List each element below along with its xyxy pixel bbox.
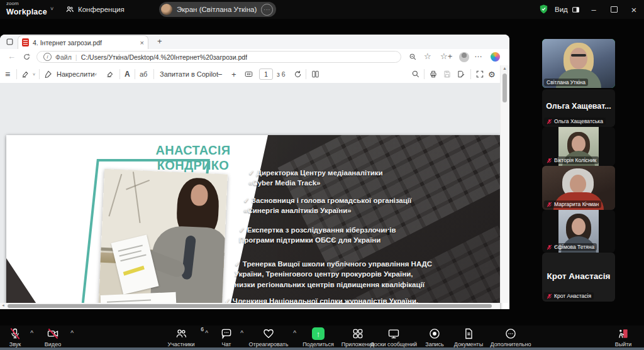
horizontal-scrollbar[interactable]: ◄ <box>0 303 500 309</box>
restore-button[interactable] <box>605 0 623 19</box>
settings-gear-icon[interactable]: ⚙ <box>488 65 496 83</box>
scroll-up-arrow[interactable]: ▲ <box>502 66 507 70</box>
collections-star-plus-icon[interactable]: ☆+ <box>440 52 452 61</box>
participant-name-label: Крот Анастасія <box>544 292 594 300</box>
mic-muted-icon <box>547 244 552 250</box>
chat-menu-chevron[interactable]: ^ <box>240 329 243 336</box>
url-field[interactable]: i Файл | C:/Users/Уткіна/Desktop/4.%20Ін… <box>36 51 401 63</box>
participants-label: Участники <box>164 341 199 347</box>
copilot-icon[interactable] <box>491 52 500 62</box>
page-number-input[interactable] <box>259 68 273 80</box>
draw-button[interactable]: Накреслити <box>57 65 94 83</box>
highlighter-chevron[interactable]: ˅ <box>33 65 35 83</box>
participant-tile-viktoriia[interactable]: Вікторія Колісник <box>542 127 615 166</box>
pdf-file-icon <box>22 38 29 46</box>
browser-tab[interactable]: 4. Інтернет загрози.pdf × <box>18 35 148 49</box>
video-menu-chevron[interactable]: ^ <box>70 329 74 336</box>
browser-menu-icon[interactable]: … <box>474 50 482 59</box>
documents-button[interactable]: Документы <box>450 327 487 347</box>
zoom-out-icon[interactable]: − <box>218 65 223 83</box>
search-icon[interactable] <box>411 70 420 79</box>
save-as-icon[interactable] <box>457 70 465 79</box>
boards-button[interactable]: Доски сообщений <box>370 327 418 347</box>
participants-menu-chevron[interactable]: ^ <box>205 329 208 336</box>
horizontal-scroll-thumb[interactable] <box>8 304 492 308</box>
profile-avatar[interactable] <box>459 52 469 62</box>
chat-label: Чат <box>215 341 238 347</box>
fit-width-icon[interactable] <box>244 70 253 79</box>
favorites-star-icon[interactable]: ☆ <box>424 52 431 61</box>
more-button[interactable]: Дополнительно <box>488 327 533 347</box>
zoom-in-icon[interactable]: + <box>231 65 236 83</box>
participant-tile-olha[interactable]: Ольга Хащеват... Ольга Хащеватська <box>542 89 615 127</box>
react-menu-chevron[interactable]: ^ <box>293 329 296 336</box>
divider <box>153 69 154 79</box>
audio-menu-chevron[interactable]: ^ <box>30 329 33 336</box>
slide-title: АНАСТАСІЯ КОНДРИКО <box>150 143 236 173</box>
workspace-chevron-icon[interactable]: ˅ <box>50 6 53 12</box>
vertical-scrollbar[interactable]: ▲ <box>500 65 509 303</box>
photo-papers <box>111 235 159 295</box>
eraser-icon[interactable] <box>106 70 114 79</box>
restore-icon <box>611 6 618 13</box>
tab-workspaces-icon[interactable] <box>6 38 14 46</box>
url-text: C:/Users/Уткіна/Desktop/4.%20Інтернет%20… <box>81 53 247 61</box>
read-aloud-icon[interactable]: A <box>125 65 130 83</box>
vertical-scroll-thumb[interactable] <box>502 74 507 102</box>
tab-close-icon[interactable]: × <box>140 39 144 46</box>
more-label: Дополнительно <box>488 341 533 347</box>
url-divider: | <box>75 53 77 61</box>
slide-page: АНАСТАСІЯ КОНДРИКО <box>6 135 500 309</box>
back-icon[interactable]: ← <box>8 52 16 61</box>
print-icon[interactable] <box>429 70 438 79</box>
participant-name-label: Ольга Хащеватська <box>544 118 606 125</box>
security-shield-icon[interactable] <box>538 4 549 14</box>
minimize-button[interactable]: – <box>585 0 602 19</box>
screen-share-pill[interactable]: Экран (Світлана Уткіна) ··· <box>159 2 276 17</box>
record-label: Запись <box>420 341 449 347</box>
draw-pen-icon[interactable] <box>44 70 53 79</box>
react-label: Отреагировать <box>247 341 291 347</box>
share-button[interactable]: ↑ Поделиться <box>301 327 336 347</box>
audio-label: Звук <box>3 341 28 347</box>
react-button[interactable]: Отреагировать <box>247 327 291 347</box>
slide-bullet-1: ✓ Директорка Центру медіааналітики «Cybe… <box>248 168 456 189</box>
participant-tile-svitlana[interactable]: Світлана Уткіна <box>542 39 615 88</box>
divider <box>470 69 471 79</box>
translate-icon[interactable]: аб <box>140 65 147 83</box>
rotate-icon[interactable] <box>293 70 302 79</box>
page-view-icon[interactable] <box>311 70 320 79</box>
refresh-icon[interactable] <box>23 53 31 61</box>
leave-button[interactable]: Выйти <box>608 327 639 347</box>
share-options-button[interactable]: ··· <box>261 4 273 16</box>
close-button[interactable]: × <box>625 0 643 19</box>
new-tab-button[interactable]: + <box>157 36 162 46</box>
video-button[interactable]: Видео <box>39 327 67 347</box>
participant-display-name: Ольга Хащеват... <box>542 102 615 111</box>
toc-icon[interactable]: ≡ <box>5 65 10 83</box>
mic-muted-icon <box>547 158 552 163</box>
participant-tile-krot[interactable]: Крот Анастасія Крот Анастасія <box>542 253 615 302</box>
participant-tile-yefimova[interactable]: Єфімова Тетяна <box>542 210 615 253</box>
fullscreen-icon[interactable] <box>475 70 484 79</box>
highlighter-icon[interactable] <box>21 70 30 79</box>
chat-button[interactable]: Чат <box>215 327 238 347</box>
info-icon[interactable]: i <box>43 53 52 61</box>
view-button[interactable]: Вид <box>555 0 580 19</box>
participant-tile-marharyta[interactable]: Маргарита Кічман <box>542 166 615 210</box>
participants-button[interactable]: 6 Участники <box>164 327 199 347</box>
meeting-tab[interactable]: Конференция <box>65 0 125 19</box>
ask-copilot-button[interactable]: Запитати в Copilot <box>160 65 218 83</box>
participants-panel: Світлана Уткіна Ольга Хащеват... Ольга Х… <box>542 38 615 302</box>
participant-name: Вікторія Колісник <box>554 157 596 163</box>
more-icon <box>504 327 517 340</box>
audio-button[interactable]: Звук <box>3 327 28 347</box>
draw-chevron[interactable]: ˅ <box>94 65 97 83</box>
participant-name-label: Маргарита Кічман <box>544 200 601 208</box>
participant-name: Крот Анастасія <box>554 293 591 299</box>
zoom-out-page-icon[interactable] <box>409 53 417 61</box>
scroll-left-arrow[interactable]: ◄ <box>1 304 5 307</box>
photo-person-face <box>191 184 208 206</box>
record-button[interactable]: Запись <box>420 327 449 347</box>
record-icon <box>428 327 441 340</box>
